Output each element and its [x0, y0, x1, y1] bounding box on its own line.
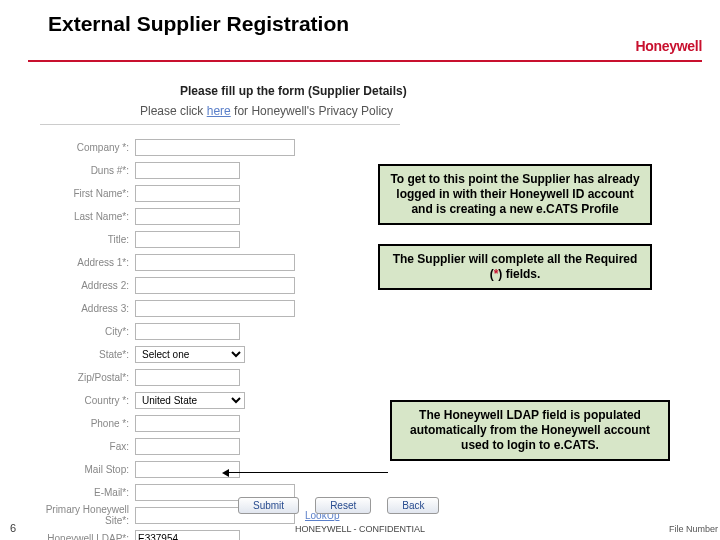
footer-confidential: HONEYWELL - CONFIDENTIAL	[295, 524, 425, 534]
submit-button[interactable]: Submit	[238, 497, 299, 514]
label-mailstop: Mail Stop:	[40, 464, 135, 475]
label-city: City*:	[40, 326, 135, 337]
fax-field[interactable]	[135, 438, 240, 455]
footer-file-number: File Number	[669, 524, 718, 534]
label-address3: Address 3:	[40, 303, 135, 314]
address2-field[interactable]	[135, 277, 295, 294]
label-address1: Address 1*:	[40, 257, 135, 268]
back-button[interactable]: Back	[387, 497, 439, 514]
city-field[interactable]	[135, 323, 240, 340]
country-select[interactable]: United State	[135, 392, 245, 409]
label-phone: Phone *:	[40, 418, 135, 429]
page-number: 6	[10, 522, 16, 534]
label-fax: Fax:	[40, 441, 135, 452]
slide-title: External Supplier Registration	[48, 12, 349, 36]
address3-field[interactable]	[135, 300, 295, 317]
form-area: Company *: Duns #*: First Name*: Last Na…	[40, 136, 380, 540]
label-primary-site: Primary Honeywell Site*:	[40, 504, 135, 526]
company-field[interactable]	[135, 139, 295, 156]
label-state: State*:	[40, 349, 135, 360]
phone-field[interactable]	[135, 415, 240, 432]
button-row: Submit Reset Back	[238, 497, 439, 514]
address1-field[interactable]	[135, 254, 295, 271]
title-rule	[28, 60, 702, 62]
privacy-link[interactable]: here	[207, 104, 231, 118]
last-name-field[interactable]	[135, 208, 240, 225]
label-zip: Zip/Postal*:	[40, 372, 135, 383]
form-rule	[40, 124, 400, 125]
brand-logo: Honeywell	[635, 38, 702, 54]
callout-required-fields: The Supplier will complete all the Requi…	[378, 244, 652, 290]
first-name-field[interactable]	[135, 185, 240, 202]
privacy-prefix: Please click	[140, 104, 207, 118]
label-last-name: Last Name*:	[40, 211, 135, 222]
privacy-policy-line: Please click here for Honeywell's Privac…	[140, 104, 393, 118]
label-address2: Address 2:	[40, 280, 135, 291]
duns-field[interactable]	[135, 162, 240, 179]
ldap-field[interactable]	[135, 530, 240, 541]
label-ldap: Honeywell LDAP*:	[40, 533, 135, 541]
privacy-suffix: for Honeywell's Privacy Policy	[231, 104, 393, 118]
callout-login-context: To get to this point the Supplier has al…	[378, 164, 652, 225]
label-email: E-Mail*:	[40, 487, 135, 498]
arrow-to-ldap	[228, 472, 388, 473]
callout2-post: ) fields.	[498, 267, 540, 281]
label-title: Title:	[40, 234, 135, 245]
label-duns: Duns #*:	[40, 165, 135, 176]
state-select[interactable]: Select one	[135, 346, 245, 363]
label-company: Company *:	[40, 142, 135, 153]
reset-button[interactable]: Reset	[315, 497, 371, 514]
callout-ldap-auto: The Honeywell LDAP field is populated au…	[390, 400, 670, 461]
label-first-name: First Name*:	[40, 188, 135, 199]
label-country: Country *:	[40, 395, 135, 406]
form-heading: Please fill up the form (Supplier Detail…	[180, 84, 407, 98]
title-field[interactable]	[135, 231, 240, 248]
zip-field[interactable]	[135, 369, 240, 386]
